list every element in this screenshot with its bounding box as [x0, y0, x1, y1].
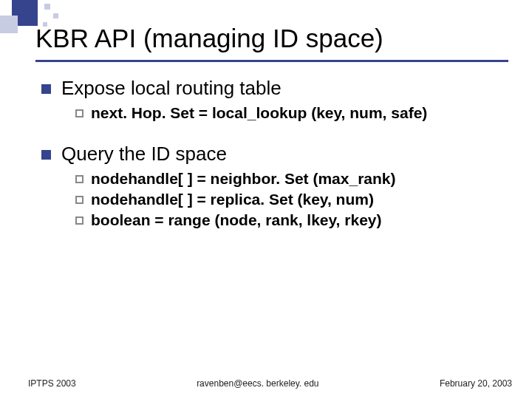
decor-square-small: [53, 13, 58, 18]
section-expose: Expose local routing table next. Hop. Se…: [41, 77, 499, 122]
list-item: boolean = range (node, rank, lkey, rkey): [75, 211, 499, 229]
slide: KBR API (managing ID space) Expose local…: [0, 0, 532, 399]
section-heading-row: Query the ID space: [41, 143, 499, 166]
list-item-text: boolean = range (node, rank, lkey, rkey): [91, 211, 382, 229]
title-underline: [35, 60, 508, 62]
footer-left: IPTPS 2003: [28, 378, 76, 389]
hollow-square-bullet-icon: [75, 109, 83, 117]
decor-square-light: [0, 16, 18, 33]
square-bullet-icon: [41, 84, 51, 94]
footer-right: February 20, 2003: [440, 378, 512, 389]
list-item-text: next. Hop. Set = local_lookup (key, num,…: [91, 104, 427, 122]
list-item-text: nodehandle[ ] = neighbor. Set (max_rank): [91, 170, 396, 188]
section-heading-row: Expose local routing table: [41, 77, 499, 100]
slide-title: KBR API (managing ID space): [35, 24, 383, 53]
decor-square-small: [44, 4, 50, 10]
hollow-square-bullet-icon: [75, 196, 83, 204]
section-heading: Expose local routing table: [61, 77, 282, 100]
spacer: [41, 129, 499, 143]
hollow-square-bullet-icon: [75, 216, 83, 225]
hollow-square-bullet-icon: [75, 175, 83, 183]
list-item: nodehandle[ ] = neighbor. Set (max_rank): [75, 170, 499, 188]
list-item-text: nodehandle[ ] = replica. Set (key, num): [91, 191, 374, 208]
section-heading: Query the ID space: [61, 143, 227, 166]
section-query: Query the ID space nodehandle[ ] = neigh…: [41, 143, 499, 229]
list-item: nodehandle[ ] = replica. Set (key, num): [75, 191, 499, 208]
footer-center: ravenben@eecs. berkeley. edu: [197, 378, 318, 389]
footer: IPTPS 2003 ravenben@eecs. berkeley. edu …: [28, 378, 512, 389]
slide-body: Expose local routing table next. Hop. Se…: [41, 77, 499, 236]
list-item: next. Hop. Set = local_lookup (key, num,…: [75, 104, 499, 122]
square-bullet-icon: [41, 150, 51, 160]
